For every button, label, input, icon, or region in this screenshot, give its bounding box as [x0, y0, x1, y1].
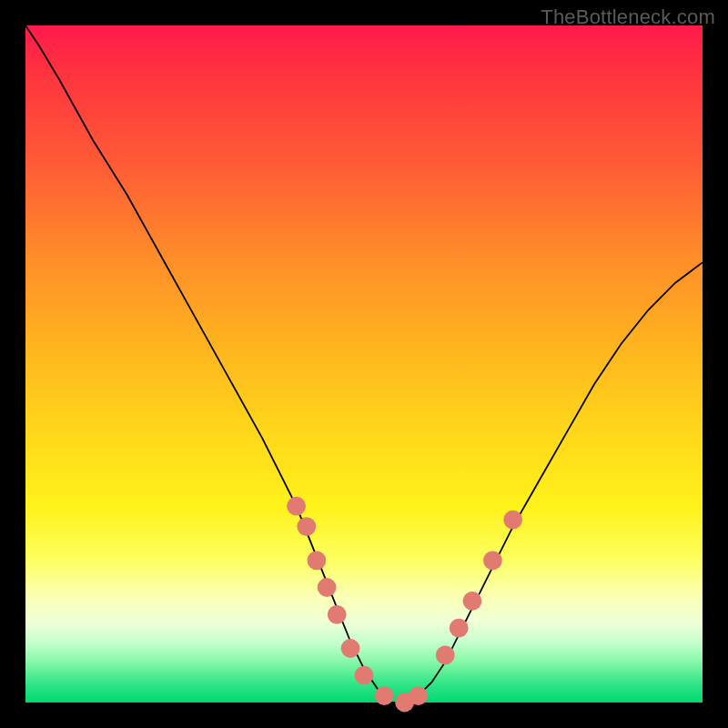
curve-marker [341, 639, 360, 658]
curve-marker [436, 646, 455, 665]
curve-marker [328, 605, 347, 624]
curve-marker [503, 511, 522, 530]
curve-marker [409, 686, 428, 705]
curve-marker [483, 551, 502, 570]
curve-layer [25, 25, 703, 703]
marker-group [287, 497, 522, 713]
curve-marker [375, 686, 394, 705]
curve-marker [463, 592, 482, 611]
curve-marker [355, 666, 374, 685]
chart-container: TheBottleneck.com [0, 0, 728, 728]
curve-marker [450, 619, 469, 638]
bottleneck-curve [25, 25, 703, 703]
curve-marker [318, 578, 337, 597]
curve-marker [308, 551, 327, 570]
curve-marker [287, 497, 306, 516]
plot-area [25, 25, 703, 703]
curve-marker [297, 517, 316, 536]
